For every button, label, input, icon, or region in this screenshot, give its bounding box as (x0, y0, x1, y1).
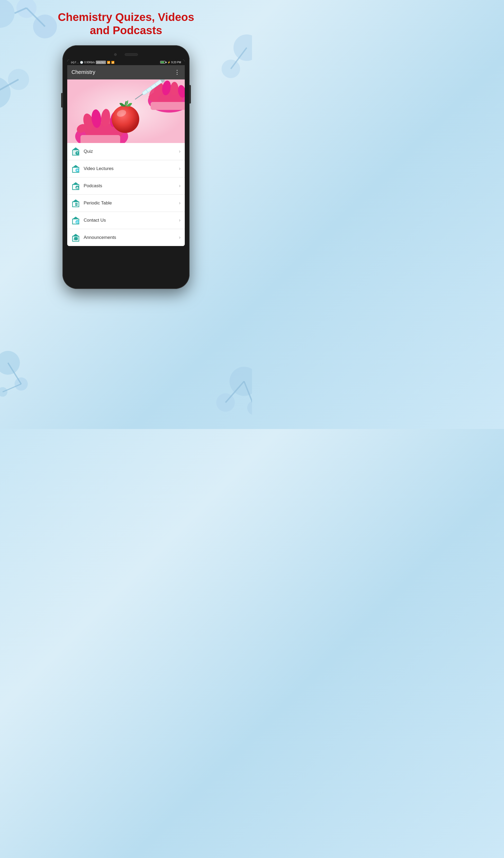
menu-item-podcasts[interactable]: Podcasts › (67, 177, 185, 195)
periodic-table-label: Periodic Table (84, 201, 179, 206)
battery-indicator (160, 61, 166, 64)
svg-point-16 (229, 367, 252, 396)
contact-us-icon: @ (71, 216, 80, 225)
menu-item-quiz[interactable]: ? Quiz › (67, 143, 185, 160)
svg-text:?: ? (77, 152, 78, 155)
svg-point-14 (222, 60, 240, 78)
phone-top-bar (67, 51, 185, 60)
volte-badge: VOLTE2 (96, 61, 106, 64)
svg-point-9 (15, 377, 28, 391)
status-icons: (•)) f ... (71, 61, 79, 64)
battery-fill (161, 61, 164, 63)
svg-line-3 (15, 8, 27, 13)
status-clock: 🕐 (80, 61, 83, 64)
front-camera (114, 53, 117, 56)
status-right: ⚡ 9:20 PM (160, 61, 181, 64)
phone-power-button (190, 85, 191, 104)
status-bar: (•)) f ... 🕐 0.93Kb/s VOLTE2 📶 📶 ⚡ 9:20 … (67, 60, 185, 65)
svg-line-7 (0, 79, 18, 93)
svg-text:Pt: Pt (76, 203, 78, 205)
phone-bottom-bar (67, 246, 185, 253)
hero-illustration (67, 79, 185, 143)
svg-rect-29 (80, 135, 120, 143)
svg-rect-39 (151, 102, 185, 110)
announcements-label: Announcements (84, 235, 179, 240)
svg-rect-52 (77, 187, 78, 188)
battery-tip (166, 62, 166, 63)
periodic-table-icon: Pt (71, 199, 80, 207)
menu-list: ? Quiz › Video Lectures › (67, 143, 185, 246)
quiz-chevron: › (179, 148, 180, 154)
svg-point-0 (0, 0, 15, 28)
svg-line-12 (3, 384, 21, 392)
signal-bars-2: 📶 (111, 61, 114, 64)
bolt-icon: ⚡ (167, 61, 170, 64)
overflow-menu-button[interactable]: ⋮ (174, 69, 180, 76)
svg-point-8 (0, 351, 20, 375)
status-left: (•)) f ... 🕐 0.93Kb/s VOLTE2 📶 📶 (71, 61, 114, 64)
hero-image (67, 79, 185, 143)
quiz-icon: ? (71, 147, 80, 156)
podcasts-label: Podcasts (84, 183, 179, 189)
menu-item-contact-us[interactable]: @ Contact Us › (67, 212, 185, 229)
podcasts-icon (71, 182, 80, 190)
svg-point-17 (216, 393, 235, 412)
svg-point-30 (112, 106, 139, 133)
menu-item-announcements[interactable]: Announcements › (67, 229, 185, 246)
phone-speaker (125, 53, 138, 56)
menu-item-video-lectures[interactable]: Video Lectures › (67, 160, 185, 177)
signal-bars: 📶 (107, 61, 110, 64)
app-bar: Chemistry ⋮ (67, 65, 185, 79)
podcasts-chevron: › (179, 183, 180, 189)
svg-point-1 (16, 0, 36, 18)
phone-screen: (•)) f ... 🕐 0.93Kb/s VOLTE2 📶 📶 ⚡ 9:20 … (67, 60, 185, 246)
app-bar-title: Chemistry (71, 69, 95, 75)
menu-item-periodic-table[interactable]: Pt Periodic Table › (67, 195, 185, 212)
phone-device: (•)) f ... 🕐 0.93Kb/s VOLTE2 📶 📶 ⚡ 9:20 … (63, 45, 190, 289)
quiz-label: Quiz (84, 149, 179, 154)
contact-us-label: Contact Us (84, 218, 179, 223)
periodic-table-chevron: › (179, 200, 180, 206)
svg-point-10 (0, 387, 7, 397)
video-lectures-icon (71, 164, 80, 173)
announcements-chevron: › (179, 235, 180, 240)
svg-line-15 (231, 48, 247, 69)
page-title: Chemistry Quizes, Videos and Podcasts (36, 0, 215, 45)
svg-point-6 (8, 69, 29, 90)
announcements-icon (71, 233, 80, 242)
hero-scene (67, 79, 185, 143)
svg-point-18 (247, 400, 252, 415)
svg-point-5 (0, 77, 11, 109)
battery-body (160, 61, 165, 64)
svg-line-19 (226, 381, 244, 402)
status-speed: 0.93Kb/s (84, 61, 95, 64)
svg-point-36 (170, 82, 178, 96)
video-lectures-chevron: › (179, 166, 180, 171)
svg-text:@: @ (76, 221, 79, 223)
video-lectures-label: Video Lectures (84, 166, 179, 171)
contact-us-chevron: › (179, 218, 180, 223)
svg-line-20 (244, 381, 252, 408)
svg-point-13 (233, 34, 252, 61)
svg-line-11 (8, 363, 21, 384)
status-time: 9:20 PM (171, 61, 181, 64)
phone-volume-button (61, 93, 63, 108)
